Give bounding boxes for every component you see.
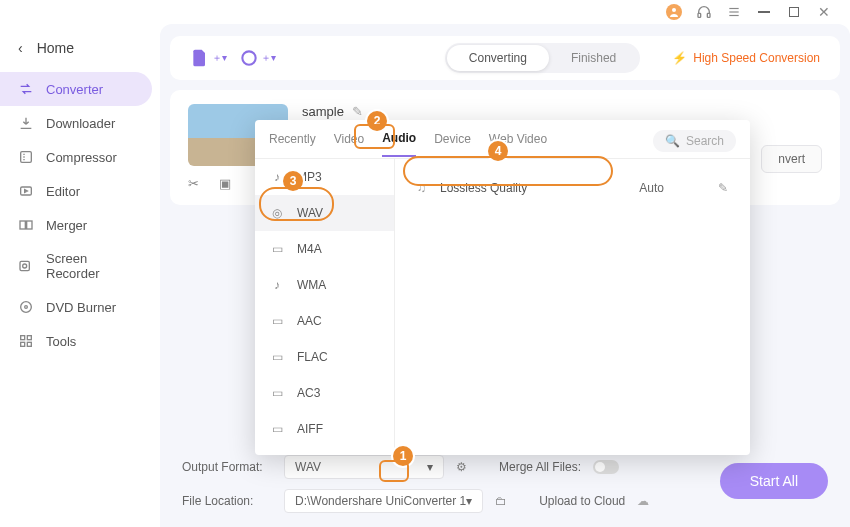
music-icon: ♫ — [417, 181, 426, 195]
format-ac3[interactable]: ▭AC3 — [255, 375, 394, 411]
sidebar-item-dvd-burner[interactable]: DVD Burner — [0, 290, 160, 324]
tab-video[interactable]: Video — [334, 132, 364, 156]
plus-icon: ＋▾ — [212, 51, 227, 65]
plus-icon: ＋▾ — [261, 51, 276, 65]
format-aac[interactable]: ▭AAC — [255, 303, 394, 339]
trim-icon[interactable]: ✂ — [188, 176, 199, 191]
tab-audio[interactable]: Audio — [382, 131, 416, 157]
callout-4: 4 — [488, 141, 508, 161]
crop-icon[interactable]: ▣ — [219, 176, 231, 191]
convert-button[interactable]: nvert — [761, 145, 822, 173]
sidebar-item-label: DVD Burner — [46, 300, 116, 315]
merger-icon — [18, 217, 34, 233]
home-label: Home — [37, 40, 74, 56]
search-placeholder: Search — [686, 134, 724, 148]
high-speed-toggle[interactable]: ⚡High Speed Conversion — [672, 51, 820, 65]
audio-icon: ▭ — [269, 241, 285, 257]
sidebar-item-editor[interactable]: Editor — [0, 174, 160, 208]
start-all-button[interactable]: Start All — [720, 463, 828, 499]
sidebar-item-screen-recorder[interactable]: Screen Recorder — [0, 242, 160, 290]
sidebar-item-tools[interactable]: Tools — [0, 324, 160, 358]
user-avatar-icon[interactable] — [666, 4, 682, 20]
callout-3: 3 — [283, 171, 303, 191]
sidebar-item-label: Downloader — [46, 116, 115, 131]
sidebar-item-converter[interactable]: Converter — [0, 72, 152, 106]
edit-quality-icon[interactable]: ✎ — [718, 181, 728, 195]
chevron-down-icon: ▾ — [466, 494, 472, 508]
format-label: AC3 — [297, 386, 320, 400]
tab-converting[interactable]: Converting — [447, 45, 549, 71]
audio-icon: ▭ — [269, 313, 285, 329]
back-icon[interactable]: ‹ — [18, 40, 23, 56]
add-url-button[interactable]: ＋▾ — [239, 48, 276, 68]
tab-finished[interactable]: Finished — [549, 45, 638, 71]
callout-2: 2 — [367, 111, 387, 131]
footer: Output Format: WAV▾ ⚙ Merge All Files: F… — [160, 445, 850, 527]
sidebar-item-downloader[interactable]: Downloader — [0, 106, 160, 140]
header: ＋▾ ＋▾ Converting Finished ⚡High Speed Co… — [170, 36, 840, 80]
sidebar-item-compressor[interactable]: Compressor — [0, 140, 160, 174]
format-search[interactable]: 🔍 Search — [653, 130, 736, 152]
maximize-button[interactable] — [786, 4, 802, 20]
format-wav[interactable]: ◎WAV — [255, 195, 394, 231]
merge-label: Merge All Files: — [499, 460, 581, 474]
close-button[interactable]: ✕ — [816, 4, 832, 20]
home-nav[interactable]: ‹ Home — [0, 32, 160, 64]
format-wma[interactable]: ♪WMA — [255, 267, 394, 303]
recorder-icon — [18, 258, 34, 274]
sidebar-item-label: Tools — [46, 334, 76, 349]
format-m4a[interactable]: ▭M4A — [255, 231, 394, 267]
add-file-button[interactable]: ＋▾ — [190, 48, 227, 68]
minimize-button[interactable] — [756, 4, 772, 20]
format-mp3[interactable]: ♪MP3 — [255, 159, 394, 195]
sidebar-item-merger[interactable]: Merger — [0, 208, 160, 242]
tab-recently[interactable]: Recently — [269, 132, 316, 156]
format-label: FLAC — [297, 350, 328, 364]
format-list: ♪MP3 ◎WAV ▭M4A ♪WMA ▭AAC ▭FLAC ▭AC3 ▭AIF… — [255, 159, 395, 455]
format-label: AIFF — [297, 422, 323, 436]
callout-1: 1 — [393, 446, 413, 466]
tab-device[interactable]: Device — [434, 132, 471, 156]
file-location-value: D:\Wondershare UniConverter 1 — [295, 494, 466, 508]
file-location-select[interactable]: D:\Wondershare UniConverter 1▾ — [284, 489, 483, 513]
file-name: sample — [302, 104, 344, 119]
file-location-label: File Location: — [182, 494, 272, 508]
audio-icon: ◎ — [269, 205, 285, 221]
output-format-select[interactable]: WAV▾ — [284, 455, 444, 479]
edit-name-icon[interactable]: ✎ — [352, 104, 363, 119]
svg-rect-14 — [21, 336, 25, 340]
svg-rect-16 — [21, 342, 25, 346]
open-folder-icon[interactable]: 🗀 — [495, 494, 507, 508]
svg-rect-17 — [27, 342, 31, 346]
settings-icon[interactable]: ⚙ — [456, 460, 467, 474]
quality-label: Lossless Quality — [440, 181, 527, 195]
format-label: M4A — [297, 242, 322, 256]
quality-option[interactable]: ♫ Lossless Quality Auto ✎ — [409, 171, 736, 205]
format-label: WMA — [297, 278, 326, 292]
output-format-value: WAV — [295, 460, 321, 474]
search-icon: 🔍 — [665, 134, 680, 148]
dvd-icon — [18, 299, 34, 315]
format-aiff[interactable]: ▭AIFF — [255, 411, 394, 447]
status-tabs: Converting Finished — [445, 43, 640, 73]
svg-rect-10 — [20, 261, 29, 270]
svg-point-11 — [23, 264, 27, 268]
quality-list: ♫ Lossless Quality Auto ✎ — [395, 159, 750, 455]
format-label: WAV — [297, 206, 323, 220]
svg-rect-1 — [698, 13, 701, 17]
high-speed-label: High Speed Conversion — [693, 51, 820, 65]
window-titlebar: ✕ — [0, 0, 850, 24]
quality-value: Auto — [639, 181, 664, 195]
menu-icon[interactable] — [726, 4, 742, 20]
svg-rect-9 — [27, 221, 32, 229]
sidebar: ‹ Home Converter Downloader Compressor E… — [0, 24, 160, 527]
sidebar-item-label: Compressor — [46, 150, 117, 165]
format-label: AAC — [297, 314, 322, 328]
chevron-down-icon: ▾ — [427, 460, 433, 474]
cloud-icon[interactable]: ☁ — [637, 494, 649, 508]
headset-icon[interactable] — [696, 4, 712, 20]
format-flac[interactable]: ▭FLAC — [255, 339, 394, 375]
merge-toggle[interactable] — [593, 460, 619, 474]
svg-point-12 — [21, 302, 32, 313]
editor-icon — [18, 183, 34, 199]
